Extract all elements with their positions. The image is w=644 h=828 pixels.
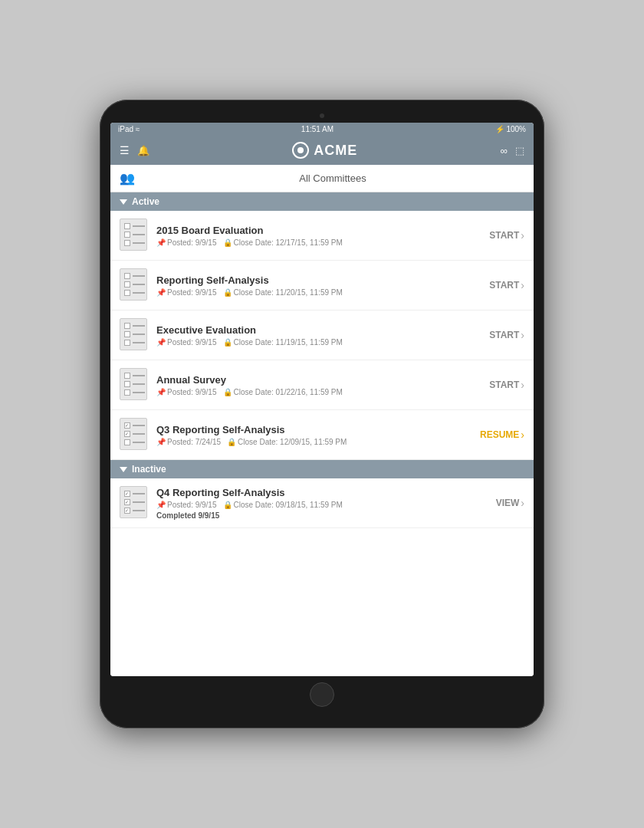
survey-action-q4-reporting[interactable]: VIEW › xyxy=(496,497,524,509)
posted-label: Posted: 9/9/15 xyxy=(167,338,217,347)
survey-action-exec-eval[interactable]: START › xyxy=(489,329,524,341)
bell-icon[interactable]: 🔔 xyxy=(137,145,150,156)
sub-header: 👥 All Committees xyxy=(110,165,534,192)
close-date: 🔒 Close Date: 01/22/16, 11:59 PM xyxy=(223,388,343,396)
status-bar: iPad ≈ 11:51 AM ⚡ 100% xyxy=(110,123,534,136)
home-button[interactable] xyxy=(310,682,334,707)
survey-icon-reporting-self xyxy=(120,268,149,302)
posted-label: Posted: 9/9/15 xyxy=(167,388,217,396)
posted-label: Posted: 7/24/15 xyxy=(167,438,221,446)
active-section-title: Active xyxy=(132,196,159,207)
logout-icon[interactable]: ⬚ xyxy=(515,145,524,156)
chevron-icon-reporting-self: › xyxy=(521,279,524,291)
survey-item-annual-survey[interactable]: Annual Survey 📌 Posted: 9/9/15 🔒 Close D… xyxy=(110,360,534,410)
chevron-icon-annual-survey: › xyxy=(521,379,524,391)
battery-label: ⚡ 100% xyxy=(495,125,526,133)
start-button-board-eval[interactable]: START xyxy=(489,230,519,241)
survey-item-exec-eval[interactable]: Executive Evaluation 📌 Posted: 9/9/15 🔒 … xyxy=(110,310,534,360)
link-icon[interactable]: ∞ xyxy=(501,145,508,156)
survey-meta-board-eval: 📌 Posted: 9/9/15 🔒 Close Date: 12/17/15,… xyxy=(156,238,481,247)
survey-content-q3-reporting: Q3 Reporting Self-Analysis 📌 Posted: 7/2… xyxy=(156,424,472,446)
chevron-icon-board-eval: › xyxy=(521,229,524,242)
committee-icon: 👥 xyxy=(120,171,135,186)
pin-icon: 📌 xyxy=(156,388,166,396)
header-center: ACME xyxy=(292,142,357,159)
lock-icon: 🔒 xyxy=(223,238,232,247)
tablet-camera xyxy=(320,113,324,118)
close-label: Close Date: 09/18/15, 11:59 PM xyxy=(234,501,343,509)
tablet-device: iPad ≈ 11:51 AM ⚡ 100% ☰ 🔔 ACME ∞ ⬚ xyxy=(100,100,544,728)
chevron-icon-q3-reporting: › xyxy=(521,429,524,441)
close-label: Close Date: 12/09/15, 11:59 PM xyxy=(238,438,347,446)
survey-item-q4-reporting[interactable]: Q4 Reporting Self-Analysis 📌 Posted: 9/9… xyxy=(110,478,534,528)
survey-action-q3-reporting[interactable]: RESUME › xyxy=(480,429,524,441)
survey-title-exec-eval: Executive Evaluation xyxy=(156,324,481,336)
header-left: ☰ 🔔 xyxy=(120,144,150,156)
survey-icon-annual-survey xyxy=(120,368,149,402)
survey-icon-q3-reporting xyxy=(120,418,149,452)
survey-content-exec-eval: Executive Evaluation 📌 Posted: 9/9/15 🔒 … xyxy=(156,324,481,347)
close-label: Close Date: 01/22/16, 11:59 PM xyxy=(234,388,343,396)
survey-item-q3-reporting[interactable]: Q3 Reporting Self-Analysis 📌 Posted: 7/2… xyxy=(110,410,534,460)
app-header: ☰ 🔔 ACME ∞ ⬚ xyxy=(110,136,534,165)
survey-icon-q4-reporting xyxy=(120,486,149,520)
survey-icon-board-eval xyxy=(120,219,149,252)
survey-meta-q4-reporting: 📌 Posted: 9/9/15 🔒 Close Date: 09/18/15,… xyxy=(156,501,488,509)
pin-icon: 📌 xyxy=(156,238,166,247)
survey-title-board-eval: 2015 Board Evaluation xyxy=(156,225,481,236)
survey-action-annual-survey[interactable]: START › xyxy=(489,379,524,391)
inactive-section-header: Inactive xyxy=(110,460,534,478)
status-right: ⚡ 100% xyxy=(495,125,526,133)
posted-date: 📌 Posted: 9/9/15 xyxy=(156,338,217,347)
pin-icon: 📌 xyxy=(156,288,166,297)
start-button-reporting-self[interactable]: START xyxy=(489,280,519,291)
lock-icon: 🔒 xyxy=(223,288,232,297)
lock-icon: 🔒 xyxy=(227,438,236,446)
survey-item-reporting-self[interactable]: Reporting Self-Analysis 📌 Posted: 9/9/15… xyxy=(110,261,534,310)
lock-icon: 🔒 xyxy=(223,501,232,509)
close-label: Close Date: 11/19/15, 11:59 PM xyxy=(234,338,343,347)
survey-meta-reporting-self: 📌 Posted: 9/9/15 🔒 Close Date: 11/20/15,… xyxy=(156,288,481,297)
pin-icon: 📌 xyxy=(156,338,166,347)
survey-action-reporting-self[interactable]: START › xyxy=(489,279,524,291)
close-date: 🔒 Close Date: 12/09/15, 11:59 PM xyxy=(227,438,347,446)
view-button-q4-reporting[interactable]: VIEW xyxy=(496,498,520,508)
collapse-icon[interactable] xyxy=(120,199,127,205)
survey-item-board-eval[interactable]: 2015 Board Evaluation 📌 Posted: 9/9/15 🔒… xyxy=(110,211,534,261)
active-section-header: Active xyxy=(110,192,534,211)
lock-icon: 🔒 xyxy=(223,338,232,347)
survey-content-board-eval: 2015 Board Evaluation 📌 Posted: 9/9/15 🔒… xyxy=(156,225,481,247)
close-date: 🔒 Close Date: 11/20/15, 11:59 PM xyxy=(223,288,343,297)
collapse-inactive-icon[interactable] xyxy=(120,467,127,472)
posted-date: 📌 Posted: 9/9/15 xyxy=(156,388,217,396)
start-button-annual-survey[interactable]: START xyxy=(489,380,519,390)
completed-label-q4: Completed 9/9/15 xyxy=(156,511,488,520)
posted-date: 📌 Posted: 7/24/15 xyxy=(156,438,221,446)
ipad-label: iPad ≈ xyxy=(118,125,140,133)
posted-label: Posted: 9/9/15 xyxy=(167,288,217,297)
survey-meta-annual-survey: 📌 Posted: 9/9/15 🔒 Close Date: 01/22/16,… xyxy=(156,388,481,396)
resume-button-q3-reporting[interactable]: RESUME xyxy=(480,429,519,440)
start-button-exec-eval[interactable]: START xyxy=(489,330,519,340)
close-label: Close Date: 12/17/15, 11:59 PM xyxy=(234,238,343,247)
close-date: 🔒 Close Date: 09/18/15, 11:59 PM xyxy=(223,501,343,509)
survey-content-q4-reporting: Q4 Reporting Self-Analysis 📌 Posted: 9/9… xyxy=(156,487,488,520)
survey-meta-q3-reporting: 📌 Posted: 7/24/15 🔒 Close Date: 12/09/15… xyxy=(156,438,472,446)
survey-action-board-eval[interactable]: START › xyxy=(489,229,524,242)
survey-title-annual-survey: Annual Survey xyxy=(156,374,481,386)
survey-title-reporting-self: Reporting Self-Analysis xyxy=(156,274,481,286)
app-title: ACME xyxy=(314,143,357,159)
survey-title-q3-reporting: Q3 Reporting Self-Analysis xyxy=(156,424,472,435)
tablet-screen: iPad ≈ 11:51 AM ⚡ 100% ☰ 🔔 ACME ∞ ⬚ xyxy=(110,123,534,676)
inactive-section-title: Inactive xyxy=(132,464,166,475)
posted-label: Posted: 9/9/15 xyxy=(167,501,217,509)
header-right: ∞ ⬚ xyxy=(501,145,524,156)
close-date: 🔒 Close Date: 12/17/15, 11:59 PM xyxy=(223,238,343,247)
survey-content-reporting-self: Reporting Self-Analysis 📌 Posted: 9/9/15… xyxy=(156,274,481,297)
lock-icon: 🔒 xyxy=(223,388,232,396)
survey-icon-exec-eval xyxy=(120,318,149,352)
logo-icon xyxy=(292,142,309,159)
close-label: Close Date: 11/20/15, 11:59 PM xyxy=(234,288,343,297)
menu-icon[interactable]: ☰ xyxy=(120,144,130,156)
posted-date: 📌 Posted: 9/9/15 xyxy=(156,501,217,509)
